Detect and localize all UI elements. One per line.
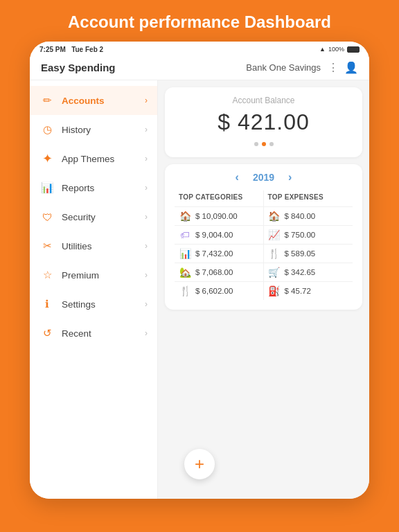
accounts-icon: ✏: [39, 93, 55, 108]
chevron-right-icon: ›: [145, 270, 148, 280]
recent-icon: ↺: [39, 326, 55, 341]
tag-icon: 🏷: [179, 229, 191, 240]
chevron-right-icon: ›: [145, 328, 148, 338]
exp-value-5: $ 45.72: [285, 287, 311, 295]
fuel-icon: ⛽: [268, 285, 281, 296]
sidebar-item-label: History: [62, 125, 145, 135]
cat-row-5-right: ⛽ $ 45.72: [264, 281, 353, 300]
cat-value-1: $ 10,090.00: [195, 212, 238, 220]
cat-value-5: $ 6,602.00: [195, 287, 233, 295]
cat-row-2-left: 🏷 $ 9,004.00: [175, 225, 264, 244]
cat-row-1-right: 🏠 $ 840.00: [264, 206, 353, 225]
sidebar-item-history[interactable]: ◷ History ›: [30, 115, 157, 144]
status-bar: 7:25 PM Tue Feb 2 ▲ 100%: [30, 42, 369, 57]
reports-icon: 📊: [39, 180, 55, 195]
settings-icon: ℹ: [39, 296, 55, 312]
sidebar-item-label: Recent: [62, 328, 145, 339]
chevron-right-icon: ›: [145, 96, 148, 105]
utilities-icon: ✂: [39, 238, 55, 254]
battery-bar: [347, 46, 360, 53]
cart-icon: 🛒: [268, 267, 281, 278]
right-content: Account Balance $ 421.00 ‹ 2019 ›: [158, 80, 369, 499]
fork-icon: 🍴: [268, 248, 281, 259]
sidebar-item-security[interactable]: 🛡 Security ›: [30, 202, 157, 231]
stats-card: ‹ 2019 › TOP CATEGORIES TOP EXPENSES 🏠 $…: [165, 164, 362, 310]
account-name: Bank One Savings: [246, 62, 321, 73]
premium-icon: ☆: [39, 267, 55, 283]
main-content: ✏ Accounts › ◷ History › ✦ App Themes › …: [30, 80, 369, 499]
security-icon: 🛡: [39, 209, 55, 224]
chevron-right-icon: ›: [145, 125, 148, 134]
bar-chart-icon: 📊: [179, 248, 191, 259]
sidebar-item-label: Utilities: [62, 241, 145, 251]
header-icons[interactable]: ⋮ 👤: [328, 61, 358, 74]
balance-label: Account Balance: [176, 96, 351, 105]
app-header: Easy Spending Bank One Savings ⋮ 👤: [30, 57, 369, 80]
status-time: 7:25 PM Tue Feb 2: [39, 46, 103, 53]
sidebar-item-label: Reports: [62, 183, 145, 193]
sidebar: ✏ Accounts › ◷ History › ✦ App Themes › …: [30, 80, 158, 499]
dot-1: [254, 142, 258, 146]
chevron-right-icon: ›: [145, 299, 148, 309]
cat-row-3-right: 🍴 $ 589.05: [264, 244, 353, 263]
dot-3: [269, 142, 274, 146]
chart-icon: 📈: [268, 229, 281, 240]
cat-row-5-left: 🍴 $ 6,602.00: [175, 281, 264, 300]
exp-value-4: $ 342.65: [285, 268, 316, 276]
battery-icon: 100%: [328, 46, 344, 53]
utensils-icon: 🍴: [179, 285, 191, 296]
cat-value-3: $ 7,432.00: [195, 249, 233, 258]
history-icon: ◷: [39, 122, 55, 137]
themes-icon: ✦: [39, 151, 55, 166]
device-frame: 7:25 PM Tue Feb 2 ▲ 100% Easy Spending B…: [30, 42, 369, 499]
page-title: Account performance Dashboard: [54, 0, 345, 42]
sidebar-item-label: App Themes: [62, 154, 145, 164]
cat-row-1-left: 🏠 $ 10,090.00: [175, 206, 264, 225]
chevron-right-icon: ›: [145, 212, 148, 222]
cottage-icon: 🏡: [179, 267, 191, 278]
sidebar-item-settings[interactable]: ℹ Settings ›: [30, 290, 157, 319]
chevron-right-icon: ›: [145, 154, 148, 163]
balance-card: Account Balance $ 421.00: [165, 87, 362, 157]
house2-icon: 🏠: [268, 211, 281, 222]
year-nav: ‹ 2019 ›: [175, 171, 353, 184]
chevron-right-icon: ›: [145, 241, 148, 251]
cat-row-4-right: 🛒 $ 342.65: [264, 263, 353, 281]
balance-amount: $ 421.00: [176, 109, 351, 135]
sidebar-item-recent[interactable]: ↺ Recent ›: [30, 319, 157, 348]
profile-icon[interactable]: 👤: [344, 61, 358, 74]
balance-dots: [176, 142, 351, 146]
exp-value-3: $ 589.05: [285, 249, 316, 258]
sidebar-item-label: Security: [62, 212, 145, 222]
exp-value-2: $ 750.00: [285, 231, 316, 239]
top-expenses-header: TOP EXPENSES: [264, 190, 353, 206]
cat-row-3-left: 📊 $ 7,432.00: [175, 244, 264, 263]
sidebar-item-label: Settings: [62, 299, 145, 310]
cat-row-4-left: 🏡 $ 7,068.00: [175, 263, 264, 281]
sidebar-item-accounts[interactable]: ✏ Accounts ›: [30, 86, 157, 115]
header-right: Bank One Savings ⋮ 👤: [246, 61, 358, 74]
add-button[interactable]: +: [184, 449, 215, 479]
year-label: 2019: [253, 172, 274, 183]
status-right: ▲ 100%: [319, 46, 360, 53]
cat-value-4: $ 7,068.00: [195, 268, 233, 276]
sidebar-item-label: Accounts: [62, 96, 145, 106]
sidebar-item-label: Premium: [62, 270, 145, 281]
more-icon[interactable]: ⋮: [328, 61, 339, 74]
prev-year-button[interactable]: ‹: [236, 171, 239, 184]
sidebar-item-reports[interactable]: 📊 Reports ›: [30, 173, 157, 202]
dot-2: [262, 142, 266, 146]
wifi-icon: ▲: [319, 46, 326, 53]
exp-value-1: $ 840.00: [285, 212, 316, 220]
app-name: Easy Spending: [41, 62, 116, 73]
stats-grid: TOP CATEGORIES TOP EXPENSES 🏠 $ 10,090.0…: [175, 190, 353, 300]
sidebar-item-app-themes[interactable]: ✦ App Themes ›: [30, 144, 157, 173]
cat-value-2: $ 9,004.00: [195, 231, 233, 239]
chevron-right-icon: ›: [145, 183, 148, 193]
cat-row-2-right: 📈 $ 750.00: [264, 225, 353, 244]
sidebar-item-premium[interactable]: ☆ Premium ›: [30, 260, 157, 290]
house-icon: 🏠: [179, 211, 191, 222]
next-year-button[interactable]: ›: [288, 171, 292, 184]
sidebar-item-utilities[interactable]: ✂ Utilities ›: [30, 231, 157, 260]
top-categories-header: TOP CATEGORIES: [175, 190, 264, 206]
